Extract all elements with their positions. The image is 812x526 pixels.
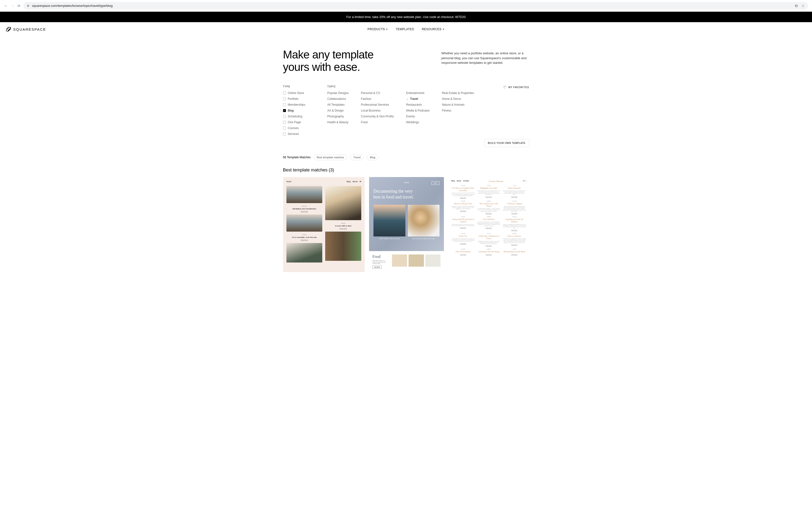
topic-option-fashion[interactable]: Fashion [361, 97, 394, 101]
type-option-portfolio[interactable]: Portfolio [283, 97, 305, 101]
nav-resources[interactable]: RESOURCES▼ [422, 28, 445, 31]
url-text: squarespace.com/templates/browse/topic/t… [32, 4, 792, 7]
chevron-down-icon: ▼ [443, 28, 445, 30]
template-image [287, 186, 322, 203]
blog-post: 7.9.19Highlights from MaliFrequent reade… [477, 185, 501, 198]
type-option-blog[interactable]: ✓Blog [283, 109, 305, 112]
topic-option-restaurants[interactable]: Restaurants [406, 103, 430, 106]
type-option-online-store[interactable]: Online Store [283, 91, 305, 95]
topic-option-home-decor[interactable]: Home & Decor [442, 97, 474, 101]
url-actions: ⊖ ☆ [795, 3, 805, 8]
my-favorites-link[interactable]: ♡ MY FAVORITES [503, 85, 529, 89]
checkbox [283, 92, 286, 94]
chip-best-matches[interactable]: Best template matches [314, 154, 347, 160]
type-option-memberships[interactable]: Memberships [283, 103, 305, 106]
blog-post: 7.2.19Desert EtiquetteAnd so when while … [503, 185, 526, 198]
topic-option-nature-animals[interactable]: Nature & Animals [442, 103, 474, 106]
blog-post: 6.18.19The Loudest City in the WorldIt's… [477, 200, 501, 214]
back-button[interactable]: ← [4, 4, 8, 8]
build-your-own-button[interactable]: BUILD YOUR OWN TEMPLATE [484, 139, 529, 147]
blog-post: 5.7.19A May Day Celebration in GreeceMay… [477, 233, 501, 246]
reload-button[interactable]: ⟳ [17, 4, 20, 8]
filters-row: TYPE Online StorePortfolioMemberships✓Bl… [283, 85, 529, 136]
type-option-one-page[interactable]: One Page [283, 121, 305, 124]
type-label: TYPE [283, 85, 305, 88]
template-card-souto[interactable]: Souto Blog About ✉ 3/17/19 Meditation an… [283, 177, 365, 272]
type-option-scheduling[interactable]: Scheduling [283, 115, 305, 118]
arrow-right-icon: → [406, 97, 409, 100]
template-card-rivoli[interactable]: Rivoli Menu Documenting the very best in… [369, 177, 444, 272]
topic-option-media-podcasts[interactable]: Media & Podcasts [406, 109, 430, 112]
template-image [325, 186, 361, 220]
checkbox [283, 121, 286, 124]
topic-option-all-templates[interactable]: All Templates [328, 103, 349, 106]
topic-filter: TOPIC Popular DesignsCollaborationsAll T… [328, 85, 474, 136]
match-count: 56 Template Matches [283, 155, 311, 159]
site-settings-icon[interactable]: ⚙ [27, 4, 29, 7]
blog-post: 6.25.19Morocco's Royal CitiesMorocco has… [451, 200, 475, 214]
topic-option-travel[interactable]: →Travel [406, 97, 430, 101]
page-title: Make any template yours with ease. [283, 48, 374, 73]
checkbox [283, 115, 286, 118]
blog-post: 5.14.19Scam CityThe only downside of tra… [451, 233, 475, 246]
template-image [287, 243, 322, 262]
template-image [325, 231, 361, 261]
topic-label: TOPIC [328, 85, 474, 88]
topic-option-health-beauty[interactable]: Health & Beauty [328, 121, 349, 124]
template-image [425, 254, 440, 267]
nav-templates[interactable]: TEMPLATES [396, 28, 414, 31]
squarespace-logo-icon [6, 27, 11, 32]
topic-option-photography[interactable]: Photography [328, 115, 349, 118]
template-image [409, 254, 424, 267]
build-button-row: BUILD YOUR OWN TEMPLATE [283, 139, 529, 147]
topic-option-real-estate-properties[interactable]: Real Estate & Properties [442, 91, 474, 95]
template-card-cassidy[interactable]: Blog About Contact Cassidy Harman ✉ • 7.… [448, 177, 529, 272]
page-description: Whether you need a portfolio website, an… [441, 48, 529, 73]
topic-option-local-business[interactable]: Local Business [361, 109, 394, 112]
type-filter: TYPE Online StorePortfolioMemberships✓Bl… [283, 85, 305, 136]
blog-post: 6.4.19Cheap and Delicious Eats in Istanb… [451, 216, 475, 231]
blog-post: 4.23.19Only the EssentialsRead More [451, 249, 475, 255]
template-image [392, 254, 407, 267]
blog-post: 4.16.19Learning to Play the SaungRead Mo… [477, 249, 501, 255]
template-image [287, 214, 322, 231]
browser-toolbar: ← → ⟳ ⚙ squarespace.com/templates/browse… [0, 0, 812, 12]
main-nav: PRODUCTS▼ TEMPLATES RESOURCES▼ [367, 28, 445, 31]
template-name: Cassidy Harman [489, 180, 503, 182]
blog-post: 6.11.1972 Hours in AlgeriaWhile I genera… [503, 200, 526, 214]
topic-option-art-design[interactable]: Art & Design [328, 109, 349, 112]
nav-products[interactable]: PRODUCTS▼ [367, 28, 388, 31]
topic-option-popular-designs[interactable]: Popular Designs [328, 91, 349, 95]
forward-button[interactable]: → [11, 4, 15, 8]
topic-option-fitness[interactable]: Fitness [442, 109, 474, 112]
type-option-courses[interactable]: Courses [283, 126, 305, 130]
checkbox [283, 126, 286, 130]
url-bar[interactable]: ⚙ squarespace.com/templates/browse/topic… [24, 2, 808, 10]
topic-option-entertainment[interactable]: Entertainment [406, 91, 430, 95]
topic-option-events[interactable]: Events [406, 115, 430, 118]
topic-option-personal-cv[interactable]: Personal & CV [361, 91, 394, 95]
zoom-icon[interactable]: ⊖ [795, 3, 798, 8]
heart-icon: ♡ [503, 85, 507, 89]
best-matches-title: Best template matches (3) [283, 167, 529, 172]
checkbox [283, 97, 286, 100]
template-image [374, 205, 405, 237]
topic-option-collaborations[interactable]: Collaborations [328, 97, 349, 101]
template-grid: Souto Blog About ✉ 3/17/19 Meditation an… [283, 177, 529, 272]
hero: Make any template yours with ease. Wheth… [283, 48, 529, 73]
template-header: Souto Blog About ✉ [287, 180, 361, 183]
topic-option-weddings[interactable]: Weddings [406, 121, 430, 124]
site-header: SQUARESPACE PRODUCTS▼ TEMPLATES RESOURCE… [0, 22, 812, 36]
chip-travel[interactable]: Travel [350, 154, 364, 160]
bookmark-icon[interactable]: ☆ [801, 3, 805, 8]
chip-blog[interactable]: Blog [367, 154, 378, 160]
topic-option-community-non-profits[interactable]: Community & Non-Profits [361, 115, 394, 118]
blog-post: 4.9.19Relationships and the RoadRead Mor… [503, 249, 526, 255]
browser-nav: ← → ⟳ [4, 4, 20, 8]
logo[interactable]: SQUARESPACE [6, 27, 46, 32]
type-option-services[interactable]: Services [283, 132, 305, 136]
topic-option-professional-services[interactable]: Professional Services [361, 103, 394, 106]
chevron-down-icon: ▼ [386, 28, 388, 30]
topic-option-food[interactable]: Food [361, 121, 394, 124]
template-image [408, 205, 440, 237]
